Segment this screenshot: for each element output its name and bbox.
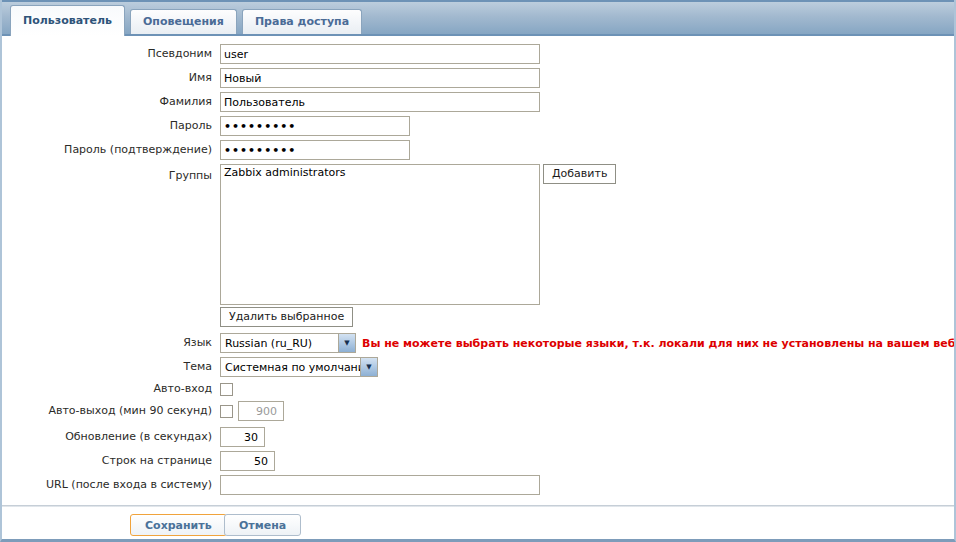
rows-per-page-label: Строк на странице <box>2 451 212 471</box>
autologin-checkbox[interactable] <box>220 383 233 396</box>
password-input[interactable] <box>220 116 410 136</box>
tab-permissions[interactable]: Права доступа <box>242 9 362 34</box>
password-label: Пароль <box>2 116 212 136</box>
surname-label: Фамилия <box>2 92 212 112</box>
tab-bar: Пользователь Оповещения Права доступа <box>2 0 954 36</box>
user-config-page: Пользователь Оповещения Права доступа Пс… <box>0 0 956 542</box>
chevron-down-icon[interactable]: ▼ <box>338 334 355 352</box>
refresh-label: Обновление (в секундах) <box>2 427 212 447</box>
groups-listbox[interactable]: Zabbix administrators <box>220 164 540 305</box>
name-label: Имя <box>2 68 212 88</box>
password-confirm-input[interactable] <box>220 140 410 160</box>
delete-selected-button[interactable]: Удалить выбранное <box>220 307 353 327</box>
url-input[interactable] <box>220 475 540 495</box>
language-warning-text: Вы не можете выбрать некоторые языки, т.… <box>362 337 956 350</box>
chevron-down-icon[interactable]: ▼ <box>360 358 377 376</box>
autologout-label: Авто-выход (мин 90 секунд) <box>2 401 212 421</box>
autologout-checkbox[interactable] <box>220 405 233 418</box>
rows-per-page-input[interactable] <box>220 451 275 471</box>
tab-media[interactable]: Оповещения <box>130 9 237 34</box>
surname-input[interactable] <box>220 92 540 112</box>
groups-label: Группы <box>2 166 212 186</box>
theme-select[interactable]: Системная по умолчанию ▼ <box>220 357 378 377</box>
theme-label: Тема <box>2 357 212 377</box>
alias-input[interactable] <box>220 44 540 64</box>
theme-select-value: Системная по умолчанию <box>221 361 360 374</box>
autologin-label: Авто-вход <box>2 379 212 399</box>
group-list-item[interactable]: Zabbix administrators <box>221 165 539 180</box>
add-group-button[interactable]: Добавить <box>543 164 616 184</box>
cancel-button[interactable]: Отмена <box>224 514 301 536</box>
url-label: URL (после входа в систему) <box>2 475 212 495</box>
alias-label: Псевдоним <box>2 44 212 64</box>
language-label: Язык <box>2 333 212 353</box>
password-confirm-label: Пароль (подтверждение) <box>2 140 212 160</box>
save-button[interactable]: Сохранить <box>130 514 227 536</box>
refresh-input[interactable] <box>220 427 265 447</box>
language-select[interactable]: Russian (ru_RU) ▼ <box>220 333 356 353</box>
footer: Сохранить Отмена <box>2 507 954 539</box>
autologout-seconds-input[interactable] <box>238 401 284 421</box>
name-input[interactable] <box>220 68 540 88</box>
tab-user[interactable]: Пользователь <box>10 5 125 36</box>
language-select-value: Russian (ru_RU) <box>221 337 338 350</box>
